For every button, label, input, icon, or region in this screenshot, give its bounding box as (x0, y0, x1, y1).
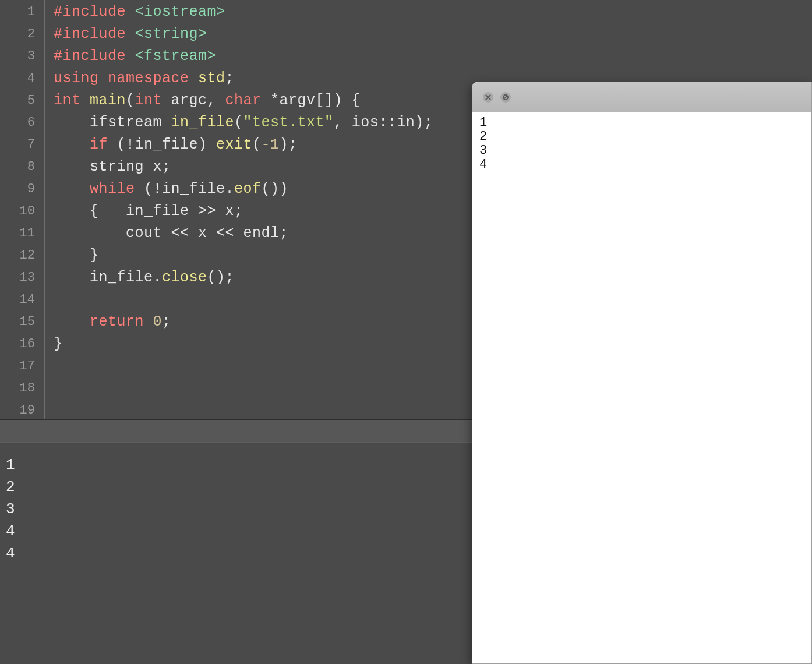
close-circle-icon (485, 94, 492, 101)
file-line: 1 (479, 116, 804, 130)
code-token: argc, (171, 92, 225, 109)
code-token: in_file. (54, 269, 162, 286)
line-number: 12 (0, 245, 44, 267)
code-token: exit (216, 136, 252, 153)
code-token: using namespace (54, 70, 198, 87)
code-token: close (162, 269, 207, 286)
line-number: 19 (0, 400, 44, 422)
code-token: int (135, 92, 171, 109)
code-token: while (90, 181, 144, 197)
code-token: #include (54, 26, 135, 43)
code-token: } (54, 247, 99, 264)
line-number: 4 (0, 68, 44, 90)
code-token: } (54, 335, 63, 352)
line-number: 14 (0, 289, 44, 311)
workspace: 12345678910111213141516171819 #include <… (0, 0, 812, 664)
line-number: 5 (0, 90, 44, 112)
code-token: return (90, 313, 153, 330)
line-number: 16 (0, 333, 44, 355)
line-number: 2 (0, 23, 44, 45)
code-token: ; (225, 70, 235, 87)
code-token: <fstream> (135, 48, 217, 65)
code-token: (!in_file) (117, 136, 217, 153)
window-close-button[interactable] (483, 92, 493, 103)
code-token: ( (126, 92, 135, 109)
text-file-window[interactable]: 1234 (472, 82, 812, 664)
code-token (54, 181, 90, 197)
code-line[interactable]: #include <fstream> (54, 45, 812, 68)
code-token: <iostream> (135, 3, 225, 20)
file-line: 3 (479, 144, 804, 158)
code-token: char (225, 92, 271, 109)
code-token: ifstream (54, 114, 171, 131)
code-token: (!in_file. (144, 181, 234, 197)
file-line: 2 (479, 130, 804, 144)
code-token: { in_file >> x; (54, 203, 243, 220)
code-token: ( (234, 114, 243, 131)
code-token: eof (234, 181, 262, 197)
code-token (54, 313, 90, 330)
code-token: string x; (54, 158, 171, 175)
code-token: if (90, 136, 117, 153)
line-number: 3 (0, 45, 44, 68)
text-file-content[interactable]: 1234 (472, 112, 811, 175)
code-token: main (90, 92, 126, 109)
code-token: (); (207, 269, 235, 286)
code-token: -1 (262, 136, 280, 153)
line-number: 1 (0, 1, 44, 23)
code-token: 0 (153, 313, 163, 330)
code-token: int (54, 92, 90, 109)
code-line[interactable]: #include <string> (54, 23, 812, 45)
line-number: 9 (0, 178, 44, 200)
window-title-bar[interactable] (472, 82, 811, 112)
code-line[interactable]: #include <iostream> (54, 1, 812, 23)
line-number-gutter: 12345678910111213141516171819 (0, 0, 45, 419)
code-token: #include (54, 48, 135, 65)
code-token: <string> (135, 26, 207, 43)
window-disabled-button (500, 92, 511, 103)
code-token: in_file (171, 114, 235, 131)
line-number: 13 (0, 267, 44, 289)
line-number: 17 (0, 355, 44, 377)
disabled-circle-icon (502, 94, 509, 101)
code-token: ()) (262, 181, 289, 197)
code-token: "test.txt" (243, 114, 334, 131)
code-token: ( (252, 136, 262, 153)
code-token: , ios::in); (334, 114, 433, 131)
line-number: 8 (0, 156, 44, 178)
code-token: ); (280, 136, 298, 153)
code-token (54, 136, 90, 153)
code-token: cout << x << endl; (54, 225, 288, 242)
line-number: 7 (0, 134, 44, 156)
code-token: *argv[]) { (270, 92, 361, 109)
line-number: 10 (0, 200, 44, 222)
line-number: 18 (0, 377, 44, 400)
svg-line-3 (504, 96, 507, 99)
code-token: ; (162, 313, 171, 330)
line-number: 6 (0, 112, 44, 134)
line-number: 15 (0, 311, 44, 333)
file-line: 4 (479, 158, 804, 172)
code-token: std (198, 70, 225, 87)
code-token: #include (54, 3, 135, 20)
line-number: 11 (0, 222, 44, 245)
